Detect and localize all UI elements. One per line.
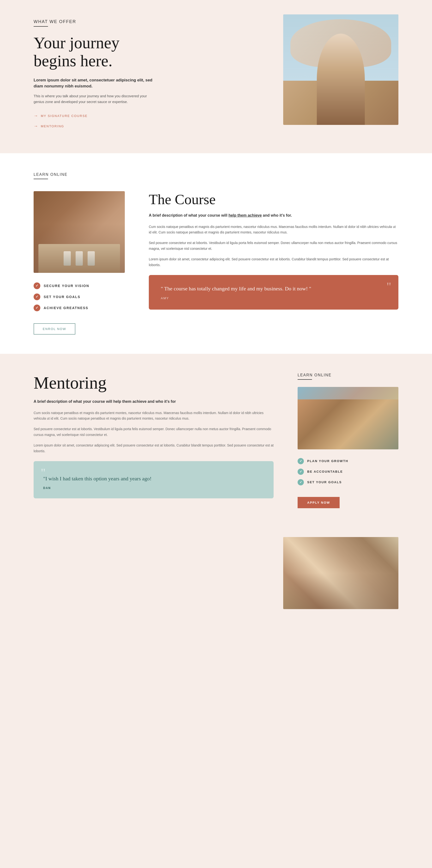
testimonial-text: " The course has totally changed my life… xyxy=(161,285,387,292)
course-image-table xyxy=(38,244,120,273)
hero-link2-text: MENTORING xyxy=(41,124,64,128)
mentoring-quote-author: DAN xyxy=(43,486,264,490)
course-testimonial-box: " " The course has totally changed my li… xyxy=(149,275,398,310)
hero-title: Your journey begins here. xyxy=(34,34,158,70)
course-right: The Course A brief description of what y… xyxy=(149,191,398,310)
check-circle-1 xyxy=(34,282,40,289)
course-body-3: Lorem ipsum dolor sit amet, consectetur … xyxy=(149,256,398,268)
mentoring-checklist-item-3: SET YOUR GOALS xyxy=(298,479,398,486)
checklist-text-1: SECURE YOUR VISION xyxy=(44,284,89,288)
checklist-item-3: ACHIEVE GREATNESS xyxy=(34,305,130,311)
mentoring-image xyxy=(298,387,398,450)
course-section: LEARN ONLINE SECURE YOUR VISION SET YOUR… xyxy=(0,153,432,354)
hero-link1-text: MY SIGNATURE COURSE xyxy=(41,114,88,118)
checklist-text-3: ACHIEVE GREATNESS xyxy=(44,306,88,310)
mentoring-title: Mentoring xyxy=(34,373,274,393)
course-subtitle-part2: and who it's for. xyxy=(262,213,292,217)
mentoring-quote-text: "I wish I had taken this option years an… xyxy=(43,470,264,483)
mentoring-content: Mentoring A brief description of what yo… xyxy=(34,373,398,508)
course-left: SECURE YOUR VISION SET YOUR GOALS ACHIEV… xyxy=(34,191,130,335)
teal-quote-mark-icon: " xyxy=(41,466,45,479)
bottom-image-overlay xyxy=(283,573,398,609)
enrol-now-button[interactable]: ENROL NOW xyxy=(34,323,75,335)
arrow-icon: → xyxy=(34,113,38,118)
glass-shape-1 xyxy=(64,251,71,266)
teal-check-circle-3 xyxy=(298,479,304,486)
glass-shape-2 xyxy=(76,251,83,266)
hero-image xyxy=(283,14,398,125)
testimonial-author: AMY xyxy=(161,297,387,300)
mentoring-quote-box: " "I wish I had taken this option years … xyxy=(34,461,274,498)
mentoring-checklist-text-1: PLAN YOUR GROWTH xyxy=(307,459,348,463)
checklist-item-1: SECURE YOUR VISION xyxy=(34,282,130,289)
mentoring-checklist-item-1: PLAN YOUR GROWTH xyxy=(298,458,398,464)
learn-online-label: LEARN ONLINE xyxy=(34,173,398,177)
course-body-2: Sed posuere consectetur est at lobortis.… xyxy=(149,240,398,252)
course-subtitle: A brief description of what your course … xyxy=(149,213,398,218)
hero-right xyxy=(173,14,398,125)
mentoring-checklist-item-2: BE ACCOUNTABLE xyxy=(298,469,398,475)
quote-mark-icon: " xyxy=(387,280,391,293)
hero-image-bg xyxy=(283,14,398,125)
course-content: SECURE YOUR VISION SET YOUR GOALS ACHIEV… xyxy=(34,191,398,335)
learn-online-line xyxy=(34,179,48,179)
checklist-text-2: SET YOUR GOALS xyxy=(44,295,80,299)
course-subtitle-bold: help them achieve xyxy=(229,213,262,217)
mentoring-body-2: Sed posuere consectetur est at lobortis.… xyxy=(34,426,274,438)
mentoring-section: Mentoring A brief description of what yo… xyxy=(0,354,432,527)
checklist-item-2: SET YOUR GOALS xyxy=(34,293,130,300)
course-subtitle-part1: A brief description of what your course … xyxy=(149,213,229,217)
mentoring-right: LEARN ONLINE PLAN YOUR GROWTH BE ACCOUNT… xyxy=(298,373,398,508)
hero-label-underline xyxy=(34,26,48,27)
mentoring-body-1: Cum sociis natoque penatibus et magnis d… xyxy=(34,410,274,422)
apply-now-button[interactable]: APPLY NOW xyxy=(298,497,340,508)
mentoring-body-3: Lorem ipsum dolor sit amet, consectetur … xyxy=(34,443,274,454)
hero-signature-course-link[interactable]: → MY SIGNATURE COURSE xyxy=(34,113,158,118)
teal-check-circle-2 xyxy=(298,469,304,475)
mentoring-checklist-text-3: SET YOUR GOALS xyxy=(307,480,342,484)
mentoring-image-people xyxy=(298,399,398,450)
person-shape xyxy=(317,34,365,125)
hero-mentoring-link[interactable]: → MENTORING xyxy=(34,124,158,129)
arrow-icon: → xyxy=(34,124,38,129)
learn-online-right-label: LEARN ONLINE xyxy=(298,373,398,377)
check-circle-3 xyxy=(34,305,40,311)
bottom-image xyxy=(283,537,398,609)
mentoring-left: Mentoring A brief description of what yo… xyxy=(34,373,274,499)
teal-check-circle-1 xyxy=(298,458,304,464)
course-title: The Course xyxy=(149,191,398,208)
bottom-image-section xyxy=(0,527,432,628)
hero-bold-text: Lorem ipsum dolor sit amet, consectetuer… xyxy=(34,77,158,89)
mentoring-subtitle: A brief description of what your course … xyxy=(34,399,274,404)
course-image xyxy=(34,191,125,273)
glass-shape-3 xyxy=(88,251,95,266)
learn-online-right-line xyxy=(298,379,312,380)
mentoring-checklist-text-2: BE ACCOUNTABLE xyxy=(307,470,343,473)
hero-regular-text: This is where you talk about your journe… xyxy=(34,93,158,105)
check-circle-2 xyxy=(34,293,40,300)
course-body-1: Cum sociis natoque penatibus et magnis d… xyxy=(149,224,398,236)
hero-section: WHAT WE OFFER Your journey begins here. … xyxy=(0,0,432,153)
hero-left: WHAT WE OFFER Your journey begins here. … xyxy=(34,14,158,134)
what-we-offer-label: WHAT WE OFFER xyxy=(34,19,158,24)
